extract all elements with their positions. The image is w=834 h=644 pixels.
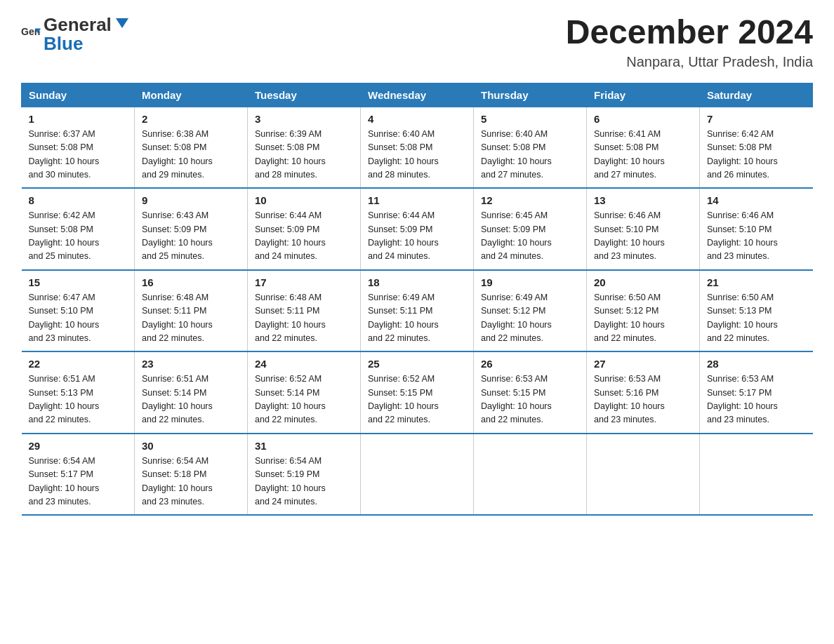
day-number: 16 bbox=[142, 276, 240, 288]
calendar-cell: 1 Sunrise: 6:37 AMSunset: 5:08 PMDayligh… bbox=[22, 107, 135, 188]
day-number: 2 bbox=[142, 113, 240, 125]
calendar-cell: 19 Sunrise: 6:49 AMSunset: 5:12 PMDaylig… bbox=[474, 270, 587, 352]
day-info: Sunrise: 6:44 AMSunset: 5:09 PMDaylight:… bbox=[368, 210, 439, 261]
calendar-cell: 3 Sunrise: 6:39 AMSunset: 5:08 PMDayligh… bbox=[248, 107, 361, 188]
day-number: 9 bbox=[142, 194, 240, 206]
day-number: 31 bbox=[255, 440, 353, 452]
day-info: Sunrise: 6:48 AMSunset: 5:11 PMDaylight:… bbox=[255, 293, 326, 343]
calendar-cell bbox=[474, 434, 587, 516]
logo-blue-text: Blue bbox=[44, 33, 130, 55]
calendar-cell: 31 Sunrise: 6:54 AMSunset: 5:19 PMDaylig… bbox=[248, 434, 361, 516]
logo: General General Blue bbox=[21, 14, 130, 55]
calendar-cell: 18 Sunrise: 6:49 AMSunset: 5:11 PMDaylig… bbox=[361, 270, 474, 352]
day-number: 7 bbox=[707, 113, 806, 125]
day-number: 6 bbox=[594, 113, 692, 125]
calendar-cell: 2 Sunrise: 6:38 AMSunset: 5:08 PMDayligh… bbox=[135, 107, 248, 188]
calendar-cell: 16 Sunrise: 6:48 AMSunset: 5:11 PMDaylig… bbox=[135, 270, 248, 352]
day-info: Sunrise: 6:46 AMSunset: 5:10 PMDaylight:… bbox=[707, 210, 778, 261]
day-number: 1 bbox=[29, 113, 128, 125]
day-number: 29 bbox=[29, 440, 128, 452]
logo-icon: General bbox=[21, 25, 41, 44]
calendar-cell: 5 Sunrise: 6:40 AMSunset: 5:08 PMDayligh… bbox=[474, 107, 587, 188]
day-number: 8 bbox=[29, 194, 128, 206]
day-number: 5 bbox=[481, 113, 579, 125]
day-number: 12 bbox=[481, 194, 579, 206]
day-number: 22 bbox=[29, 358, 128, 370]
day-number: 25 bbox=[368, 358, 466, 370]
day-info: Sunrise: 6:41 AMSunset: 5:08 PMDaylight:… bbox=[594, 129, 665, 180]
calendar-cell bbox=[587, 434, 700, 516]
logo-triangle-icon bbox=[113, 15, 128, 31]
calendar-cell: 22 Sunrise: 6:51 AMSunset: 5:13 PMDaylig… bbox=[22, 351, 135, 434]
column-header-tuesday: Tuesday bbox=[248, 83, 361, 107]
calendar-cell: 30 Sunrise: 6:54 AMSunset: 5:18 PMDaylig… bbox=[135, 434, 248, 516]
column-header-thursday: Thursday bbox=[474, 83, 587, 107]
day-info: Sunrise: 6:47 AMSunset: 5:10 PMDaylight:… bbox=[29, 293, 100, 343]
calendar-cell bbox=[361, 434, 474, 516]
calendar-week-row: 22 Sunrise: 6:51 AMSunset: 5:13 PMDaylig… bbox=[22, 351, 813, 434]
calendar-cell bbox=[700, 434, 813, 516]
day-info: Sunrise: 6:53 AMSunset: 5:16 PMDaylight:… bbox=[594, 374, 665, 424]
day-number: 28 bbox=[707, 358, 806, 370]
column-header-wednesday: Wednesday bbox=[361, 83, 474, 107]
calendar-week-row: 1 Sunrise: 6:37 AMSunset: 5:08 PMDayligh… bbox=[22, 107, 813, 188]
day-number: 21 bbox=[707, 276, 806, 288]
month-year-title: December 2024 bbox=[566, 14, 813, 51]
day-info: Sunrise: 6:45 AMSunset: 5:09 PMDaylight:… bbox=[481, 210, 552, 261]
calendar-cell: 4 Sunrise: 6:40 AMSunset: 5:08 PMDayligh… bbox=[361, 107, 474, 188]
day-info: Sunrise: 6:50 AMSunset: 5:13 PMDaylight:… bbox=[707, 293, 778, 343]
day-number: 19 bbox=[481, 276, 579, 288]
day-info: Sunrise: 6:40 AMSunset: 5:08 PMDaylight:… bbox=[368, 129, 439, 180]
calendar-cell: 9 Sunrise: 6:43 AMSunset: 5:09 PMDayligh… bbox=[135, 188, 248, 270]
day-number: 23 bbox=[142, 358, 240, 370]
calendar-cell: 13 Sunrise: 6:46 AMSunset: 5:10 PMDaylig… bbox=[587, 188, 700, 270]
day-number: 4 bbox=[368, 113, 466, 125]
day-info: Sunrise: 6:39 AMSunset: 5:08 PMDaylight:… bbox=[255, 129, 326, 180]
column-header-monday: Monday bbox=[135, 83, 248, 107]
day-info: Sunrise: 6:51 AMSunset: 5:13 PMDaylight:… bbox=[29, 374, 100, 424]
day-number: 14 bbox=[707, 194, 806, 206]
day-number: 27 bbox=[594, 358, 692, 370]
calendar-week-row: 15 Sunrise: 6:47 AMSunset: 5:10 PMDaylig… bbox=[22, 270, 813, 352]
calendar-cell: 7 Sunrise: 6:42 AMSunset: 5:08 PMDayligh… bbox=[700, 107, 813, 188]
day-info: Sunrise: 6:44 AMSunset: 5:09 PMDaylight:… bbox=[255, 210, 326, 261]
day-info: Sunrise: 6:46 AMSunset: 5:10 PMDaylight:… bbox=[594, 210, 665, 261]
day-info: Sunrise: 6:38 AMSunset: 5:08 PMDaylight:… bbox=[142, 129, 213, 180]
calendar-cell: 12 Sunrise: 6:45 AMSunset: 5:09 PMDaylig… bbox=[474, 188, 587, 270]
calendar-cell: 23 Sunrise: 6:51 AMSunset: 5:14 PMDaylig… bbox=[135, 351, 248, 434]
calendar-cell: 27 Sunrise: 6:53 AMSunset: 5:16 PMDaylig… bbox=[587, 351, 700, 434]
day-info: Sunrise: 6:40 AMSunset: 5:08 PMDaylight:… bbox=[481, 129, 552, 180]
calendar-cell: 20 Sunrise: 6:50 AMSunset: 5:12 PMDaylig… bbox=[587, 270, 700, 352]
column-header-sunday: Sunday bbox=[22, 83, 135, 107]
day-info: Sunrise: 6:37 AMSunset: 5:08 PMDaylight:… bbox=[29, 129, 100, 180]
calendar-cell: 26 Sunrise: 6:53 AMSunset: 5:15 PMDaylig… bbox=[474, 351, 587, 434]
day-info: Sunrise: 6:50 AMSunset: 5:12 PMDaylight:… bbox=[594, 293, 665, 343]
day-number: 10 bbox=[255, 194, 353, 206]
day-number: 18 bbox=[368, 276, 466, 288]
location-subtitle: Nanpara, Uttar Pradesh, India bbox=[566, 54, 813, 70]
calendar-cell: 8 Sunrise: 6:42 AMSunset: 5:08 PMDayligh… bbox=[22, 188, 135, 270]
day-number: 13 bbox=[594, 194, 692, 206]
day-info: Sunrise: 6:51 AMSunset: 5:14 PMDaylight:… bbox=[142, 374, 213, 424]
day-number: 15 bbox=[29, 276, 128, 288]
day-info: Sunrise: 6:43 AMSunset: 5:09 PMDaylight:… bbox=[142, 210, 213, 261]
day-info: Sunrise: 6:49 AMSunset: 5:12 PMDaylight:… bbox=[481, 293, 552, 343]
day-info: Sunrise: 6:53 AMSunset: 5:15 PMDaylight:… bbox=[481, 374, 552, 424]
day-info: Sunrise: 6:54 AMSunset: 5:19 PMDaylight:… bbox=[255, 456, 326, 507]
day-info: Sunrise: 6:52 AMSunset: 5:14 PMDaylight:… bbox=[255, 374, 326, 424]
day-number: 17 bbox=[255, 276, 353, 288]
calendar-cell: 11 Sunrise: 6:44 AMSunset: 5:09 PMDaylig… bbox=[361, 188, 474, 270]
day-number: 30 bbox=[142, 440, 240, 452]
day-info: Sunrise: 6:49 AMSunset: 5:11 PMDaylight:… bbox=[368, 293, 439, 343]
day-info: Sunrise: 6:42 AMSunset: 5:08 PMDaylight:… bbox=[707, 129, 778, 180]
calendar-week-row: 29 Sunrise: 6:54 AMSunset: 5:17 PMDaylig… bbox=[22, 434, 813, 516]
day-number: 20 bbox=[594, 276, 692, 288]
day-info: Sunrise: 6:53 AMSunset: 5:17 PMDaylight:… bbox=[707, 374, 778, 424]
page-header: General General Blue December 2024 Nanpa… bbox=[21, 14, 813, 70]
column-header-saturday: Saturday bbox=[700, 83, 813, 107]
title-block: December 2024 Nanpara, Uttar Pradesh, In… bbox=[566, 14, 813, 70]
calendar-cell: 17 Sunrise: 6:48 AMSunset: 5:11 PMDaylig… bbox=[248, 270, 361, 352]
day-info: Sunrise: 6:42 AMSunset: 5:08 PMDaylight:… bbox=[29, 210, 100, 261]
day-number: 26 bbox=[481, 358, 579, 370]
calendar-week-row: 8 Sunrise: 6:42 AMSunset: 5:08 PMDayligh… bbox=[22, 188, 813, 270]
